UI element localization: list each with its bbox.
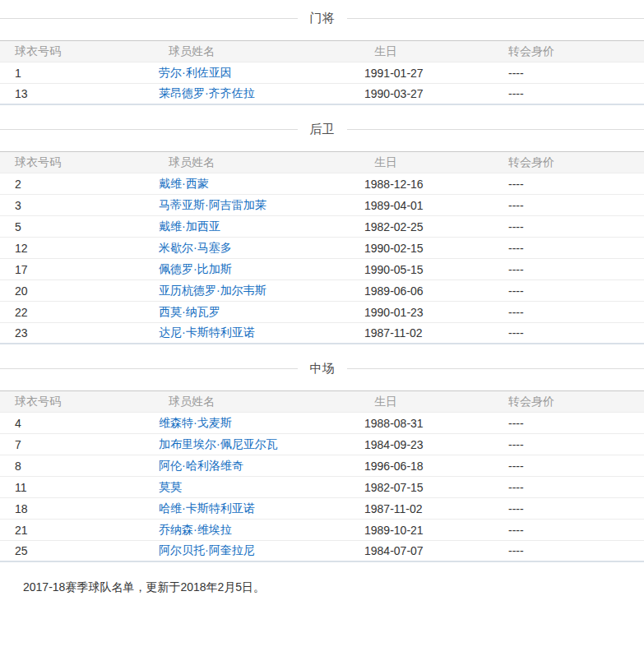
birthday-cell: 1990-02-15 (350, 238, 493, 259)
jersey-number-cell: 3 (0, 195, 144, 216)
table-row: 8阿伦·哈利洛维奇1996-06-18---- (0, 455, 644, 477)
table-row: 11莫莫1982-07-15---- (0, 477, 644, 498)
divider-line-left (0, 18, 298, 19)
player-name-cell: 乔纳森·维埃拉 (144, 520, 350, 541)
jersey-number-cell: 11 (0, 477, 144, 498)
roster-update-note: 2017-18赛季球队名单，更新于2018年2月5日。 (23, 579, 644, 595)
transfer-value-cell: ---- (493, 173, 644, 195)
transfer-value-cell: ---- (493, 520, 644, 541)
birthday-cell: 1996-06-18 (350, 455, 493, 477)
table-header-row: 球衣号码球员姓名生日转会身价 (0, 41, 644, 62)
player-name-cell: 米歇尔·马塞多 (144, 238, 350, 259)
player-link[interactable]: 加布里埃尔·佩尼亚尔瓦 (159, 437, 278, 450)
player-link[interactable]: 阿尔贝托·阿奎拉尼 (159, 543, 255, 557)
player-name-cell: 戴维·加西亚 (144, 216, 350, 238)
jersey-number-cell: 7 (0, 434, 144, 455)
player-name-cell: 莫莫 (144, 477, 350, 498)
roster-section: 中场 球衣号码球员姓名生日转会身价 4维森特·戈麦斯1988-08-31----… (0, 362, 644, 562)
table-row: 18哈维·卡斯特利亚诺1987-11-02---- (0, 498, 644, 520)
section-title: 后卫 (310, 122, 335, 136)
player-link[interactable]: 达尼·卡斯特利亚诺 (159, 326, 255, 339)
transfer-value-cell: ---- (493, 62, 644, 84)
player-link[interactable]: 戴维·西蒙 (159, 177, 209, 190)
player-link[interactable]: 马蒂亚斯·阿吉雷加莱 (159, 198, 266, 211)
column-header: 球衣号码 (0, 41, 144, 62)
table-row: 22西莫·纳瓦罗1990-01-23---- (0, 302, 644, 323)
column-header: 转会身价 (493, 152, 644, 173)
team-roster-page: 门将 球衣号码球员姓名生日转会身价 1劳尔·利佐亚因1991-01-27----… (0, 12, 644, 656)
birthday-cell: 1987-11-02 (350, 323, 493, 344)
table-row: 20亚历杭德罗·加尔韦斯1989-06-06---- (0, 280, 644, 302)
roster-sections: 门将 球衣号码球员姓名生日转会身价 1劳尔·利佐亚因1991-01-27----… (0, 12, 644, 562)
table-row: 23达尼·卡斯特利亚诺1987-11-02---- (0, 323, 644, 344)
table-row: 25阿尔贝托·阿奎拉尼1984-07-07---- (0, 541, 644, 562)
divider-line-right (347, 129, 644, 130)
player-link[interactable]: 佩德罗·比加斯 (159, 262, 232, 275)
jersey-number-cell: 18 (0, 498, 144, 520)
transfer-value-cell: ---- (493, 477, 644, 498)
player-name-cell: 阿伦·哈利洛维奇 (144, 455, 350, 477)
birthday-cell: 1991-01-27 (350, 62, 493, 84)
player-name-cell: 戴维·西蒙 (144, 173, 350, 195)
column-header: 转会身价 (493, 41, 644, 62)
birthday-cell: 1984-07-07 (350, 541, 493, 562)
player-link[interactable]: 阿伦·哈利洛维奇 (159, 459, 243, 472)
player-link[interactable]: 米歇尔·马塞多 (159, 241, 232, 254)
jersey-number-cell: 4 (0, 413, 144, 434)
player-link[interactable]: 莱昂德罗·齐齐佐拉 (159, 86, 255, 99)
section-title: 门将 (310, 12, 335, 25)
birthday-cell: 1990-05-15 (350, 259, 493, 280)
jersey-number-cell: 20 (0, 280, 144, 302)
table-row: 5戴维·加西亚1982-02-25---- (0, 216, 644, 238)
birthday-cell: 1984-09-23 (350, 434, 493, 455)
transfer-value-cell: ---- (493, 323, 644, 344)
jersey-number-cell: 5 (0, 216, 144, 238)
birthday-cell: 1989-06-06 (350, 280, 493, 302)
player-link[interactable]: 哈维·卡斯特利亚诺 (159, 501, 255, 515)
column-header: 球员姓名 (144, 41, 350, 62)
roster-section: 后卫 球衣号码球员姓名生日转会身价 2戴维·西蒙1988-12-16----3马… (0, 122, 644, 344)
table-row: 7加布里埃尔·佩尼亚尔瓦1984-09-23---- (0, 434, 644, 455)
divider-line-right (347, 368, 644, 369)
player-name-cell: 佩德罗·比加斯 (144, 259, 350, 280)
player-link[interactable]: 亚历杭德罗·加尔韦斯 (159, 284, 266, 297)
birthday-cell: 1987-11-02 (350, 498, 493, 520)
birthday-cell: 1990-01-23 (350, 302, 493, 323)
divider-line-left (0, 368, 298, 369)
birthday-cell: 1989-04-01 (350, 195, 493, 216)
table-row: 4维森特·戈麦斯1988-08-31---- (0, 413, 644, 434)
roster-table: 球衣号码球员姓名生日转会身价 4维森特·戈麦斯1988-08-31----7加布… (0, 390, 644, 562)
player-name-cell: 马蒂亚斯·阿吉雷加莱 (144, 195, 350, 216)
transfer-value-cell: ---- (493, 498, 644, 520)
player-link[interactable]: 莫莫 (159, 480, 182, 493)
table-header-row: 球衣号码球员姓名生日转会身价 (0, 152, 644, 173)
column-header: 生日 (350, 152, 493, 173)
column-header: 球衣号码 (0, 391, 144, 413)
player-name-cell: 西莫·纳瓦罗 (144, 302, 350, 323)
transfer-value-cell: ---- (493, 195, 644, 216)
player-link[interactable]: 维森特·戈麦斯 (159, 416, 232, 429)
table-row: 17佩德罗·比加斯1990-05-15---- (0, 259, 644, 280)
transfer-value-cell: ---- (493, 280, 644, 302)
section-title-row: 中场 (0, 362, 644, 375)
player-link[interactable]: 戴维·加西亚 (159, 219, 220, 233)
table-row: 21乔纳森·维埃拉1989-10-21---- (0, 520, 644, 541)
player-link[interactable]: 西莫·纳瓦罗 (159, 305, 220, 318)
section-title-row: 后卫 (0, 122, 644, 136)
birthday-cell: 1988-08-31 (350, 413, 493, 434)
table-header-row: 球衣号码球员姓名生日转会身价 (0, 391, 644, 413)
divider-line-right (347, 18, 644, 19)
roster-section: 门将 球衣号码球员姓名生日转会身价 1劳尔·利佐亚因1991-01-27----… (0, 12, 644, 105)
column-header: 球员姓名 (144, 152, 350, 173)
jersey-number-cell: 1 (0, 62, 144, 84)
transfer-value-cell: ---- (493, 541, 644, 562)
transfer-value-cell: ---- (493, 216, 644, 238)
player-link[interactable]: 劳尔·利佐亚因 (159, 66, 232, 79)
roster-table: 球衣号码球员姓名生日转会身价 1劳尔·利佐亚因1991-01-27----13莱… (0, 40, 644, 105)
column-header: 生日 (350, 41, 493, 62)
transfer-value-cell: ---- (493, 413, 644, 434)
transfer-value-cell: ---- (493, 259, 644, 280)
column-header: 转会身价 (493, 391, 644, 413)
jersey-number-cell: 17 (0, 259, 144, 280)
player-link[interactable]: 乔纳森·维埃拉 (159, 523, 232, 536)
